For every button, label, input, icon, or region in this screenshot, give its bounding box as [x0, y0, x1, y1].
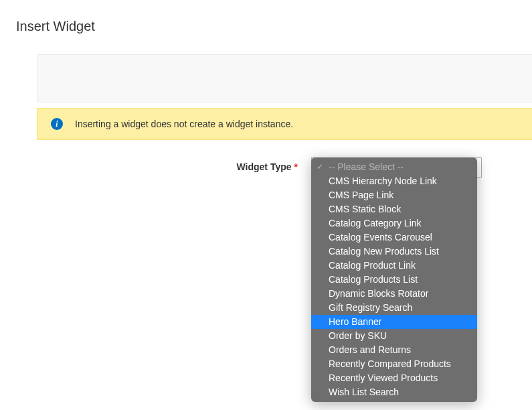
- widget-type-select-wrap: ✓-- Please Select --CMS Hierarchy Node L…: [311, 157, 482, 178]
- dropdown-option[interactable]: Wish List Search: [311, 385, 477, 399]
- dropdown-option[interactable]: CMS Static Block: [311, 202, 477, 216]
- dropdown-option[interactable]: Recently Viewed Products: [311, 371, 477, 385]
- page-title: Insert Widget: [0, 0, 532, 34]
- dropdown-option[interactable]: Order by SKU: [311, 329, 477, 343]
- widget-type-field: Widget Type* ✓-- Please Select --CMS Hie…: [37, 157, 532, 178]
- dropdown-option[interactable]: Catalog Category Link: [311, 216, 477, 230]
- dropdown-option[interactable]: Catalog Events Carousel: [311, 230, 477, 245]
- dropdown-option-placeholder[interactable]: ✓-- Please Select --: [311, 160, 477, 174]
- info-icon: i: [51, 118, 63, 130]
- label-text: Widget Type: [236, 161, 291, 172]
- dropdown-option[interactable]: Gift Registry Search: [311, 301, 477, 315]
- dropdown-option[interactable]: Orders and Returns: [311, 343, 477, 357]
- dropdown-option[interactable]: Catalog New Products List: [311, 245, 477, 259]
- dropdown-option[interactable]: Catalog Products List: [311, 273, 477, 287]
- required-asterisk: *: [294, 161, 298, 172]
- dropdown-option[interactable]: Dynamic Blocks Rotator: [311, 287, 477, 301]
- info-banner: i Inserting a widget does not create a w…: [37, 108, 532, 140]
- dropdown-option[interactable]: Hero Banner: [311, 315, 477, 329]
- blank-panel: [37, 54, 532, 102]
- dropdown-option[interactable]: Catalog Product Link: [311, 259, 477, 273]
- widget-type-dropdown[interactable]: ✓-- Please Select --CMS Hierarchy Node L…: [311, 157, 477, 402]
- dropdown-option[interactable]: Recently Compared Products: [311, 357, 477, 371]
- dropdown-option[interactable]: CMS Hierarchy Node Link: [311, 174, 477, 188]
- widget-type-label: Widget Type*: [37, 157, 298, 172]
- info-message: Inserting a widget does not create a wid…: [75, 119, 293, 129]
- dropdown-option[interactable]: CMS Page Link: [311, 188, 477, 202]
